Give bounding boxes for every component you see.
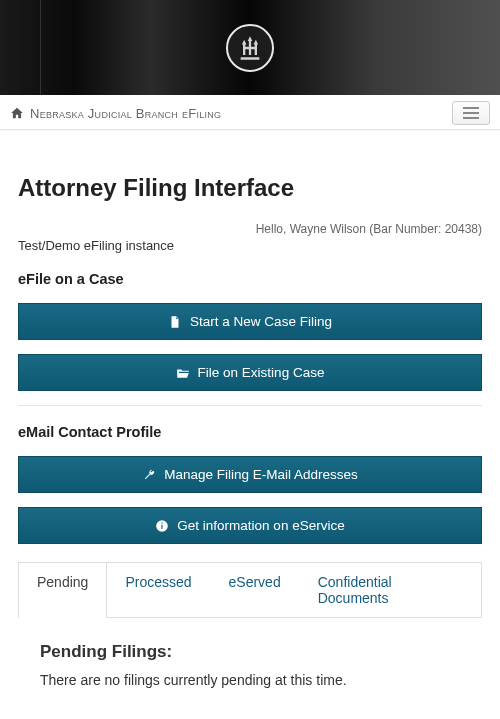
pending-tab-panel: Pending Filings: There are no filings cu… (18, 618, 482, 716)
site-name: Nebraska Judicial Branch eFiling (30, 106, 221, 121)
btn-label: File on Existing Case (198, 365, 325, 380)
pending-heading: Pending Filings: (40, 642, 460, 662)
instance-note: Test/Demo eFiling instance (18, 238, 482, 253)
tab-pending[interactable]: Pending (18, 562, 107, 618)
pending-empty-message: There are no filings currently pending a… (40, 672, 460, 688)
manage-email-button[interactable]: Manage Filing E-Mail Addresses (18, 456, 482, 493)
email-section-heading: eMail Contact Profile (18, 424, 482, 440)
hamburger-icon (463, 107, 479, 119)
tab-confidential[interactable]: Confidential Documents (300, 563, 481, 617)
page-title: Attorney Filing Interface (18, 174, 482, 202)
btn-label: Manage Filing E-Mail Addresses (164, 467, 358, 482)
svg-rect-1 (162, 524, 163, 528)
filings-tabs: Pending Processed eServed Confidential D… (18, 562, 482, 617)
menu-toggle-button[interactable] (452, 101, 490, 125)
main-content: Attorney Filing Interface Hello, Wayne W… (0, 130, 500, 716)
top-nav: Nebraska Judicial Branch eFiling (0, 95, 500, 130)
brand-home-link[interactable]: Nebraska Judicial Branch eFiling (10, 106, 221, 121)
efile-section-heading: eFile on a Case (18, 271, 482, 287)
eservice-info-button[interactable]: Get information on eService (18, 507, 482, 544)
wrench-icon (142, 468, 156, 482)
svg-rect-2 (162, 522, 163, 523)
tab-processed[interactable]: Processed (107, 563, 210, 617)
section-divider (18, 405, 482, 406)
file-existing-case-button[interactable]: File on Existing Case (18, 354, 482, 391)
file-icon (168, 315, 182, 329)
header-banner (0, 0, 500, 95)
user-greeting: Hello, Wayne Wilson (Bar Number: 20438) (18, 222, 482, 236)
btn-label: Get information on eService (177, 518, 344, 533)
start-new-case-button[interactable]: Start a New Case Filing (18, 303, 482, 340)
info-icon (155, 519, 169, 533)
btn-label: Start a New Case Filing (190, 314, 332, 329)
state-seal-icon (226, 24, 274, 72)
folder-open-icon (176, 366, 190, 380)
tab-eserved[interactable]: eServed (211, 563, 300, 617)
home-icon (10, 106, 24, 120)
